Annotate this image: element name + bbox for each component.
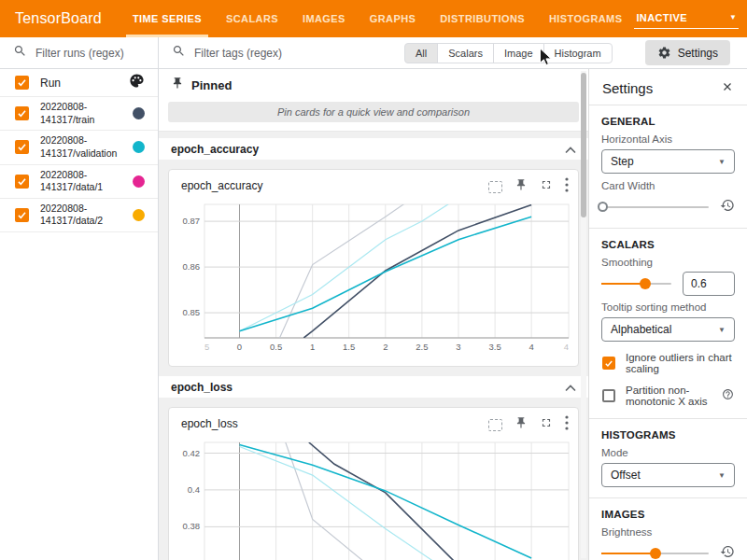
svg-text:1.5: 1.5 [343,342,355,352]
partition-x-checkbox[interactable] [602,389,615,402]
run-color-dot [133,107,145,119]
svg-text:4: 4 [564,342,569,352]
partition-x-row[interactable]: Partition non-monotonic X axis [602,385,734,407]
epoch-accuracy-chart[interactable]: 00.511.522.533.54540.850.860.87 [169,200,579,355]
filter-button-histogram[interactable]: Histogram [543,43,613,63]
run-color-dot [133,175,145,188]
run-checkbox[interactable] [15,140,29,154]
tab-graphs[interactable]: GRAPHS [358,0,428,37]
select-all-runs-checkbox[interactable] [15,76,29,90]
filter-button-image[interactable]: Image [493,43,544,63]
epoch-loss-chart[interactable]: 00.511.522.533.54540.360.380.40.42 [169,438,579,560]
filter-button-all[interactable]: All [404,43,438,63]
run-row-20220808-141317-train[interactable]: 20220808-141317/train [0,97,158,131]
tag-filter-input[interactable] [194,47,362,60]
chevron-up-icon[interactable] [565,141,576,158]
close-icon[interactable] [721,80,734,96]
run-checkbox[interactable] [15,208,29,222]
tab-images[interactable]: IMAGES [290,0,358,37]
svg-text:0: 0 [237,342,242,352]
section-epoch-loss[interactable]: epoch_loss [159,376,588,398]
status-dropdown[interactable]: INACTIVE ▼ [634,9,739,29]
svg-text:2.5: 2.5 [416,342,428,352]
ignore-outliers-checkbox[interactable] [602,357,615,370]
palette-icon[interactable] [129,73,145,92]
tensorboard-app: TensorBoard TIME SERIESSCALARSIMAGESGRAP… [0,0,747,560]
ignore-outliers-row[interactable]: Ignore outliers in chart scaling [602,352,734,374]
tab-histograms[interactable]: HISTOGRAMS [537,0,634,37]
images-heading: IMAGES [601,509,735,520]
svg-text:4: 4 [529,342,533,352]
filter-button-scalars[interactable]: Scalars [437,43,494,63]
horizontal-axis-value: Step [611,155,634,168]
pin-icon[interactable] [514,416,528,433]
fit-domain-icon[interactable] [488,419,502,431]
chart-title: epoch_loss [181,417,238,430]
horizontal-axis-select[interactable]: Step ▼ [601,149,735,174]
run-label: 20220808-141317/data/1 [40,169,120,194]
histogram-mode-select[interactable]: Offset ▼ [601,463,735,487]
tab-scalars[interactable]: SCALARS [214,0,290,37]
status-label: INACTIVE [636,12,687,23]
run-filter-input[interactable] [35,47,140,60]
run-row-20220808-141317-data-1[interactable]: 20220808-141317/data/1 [0,165,158,199]
pin-icon[interactable] [514,178,528,195]
tooltip-sorting-label: Tooltip sorting method [601,301,735,313]
settings-panel: Settings GENERAL Horizontal Axis Step ▼ … [588,69,747,560]
horizontal-axis-label: Horizontal Axis [601,133,735,145]
app-header: TensorBoard TIME SERIESSCALARSIMAGESGRAP… [0,0,747,37]
svg-text:0.85: 0.85 [183,307,201,317]
tab-distributions[interactable]: DISTRIBUTIONS [428,0,537,37]
run-checkbox[interactable] [15,106,29,120]
section-title: epoch_accuracy [171,143,259,156]
section-epoch-accuracy[interactable]: epoch_accuracy [159,138,588,160]
section-title: epoch_loss [171,381,233,394]
reset-icon[interactable] [720,198,735,217]
fullscreen-icon[interactable] [540,416,553,433]
scalars-heading: SCALARS [601,239,735,250]
chevron-up-icon[interactable] [565,379,576,396]
tab-time-series[interactable]: TIME SERIES [120,0,214,37]
run-row-20220808-141317-validation[interactable]: 20220808-141317/validation [0,131,158,164]
chevron-down-icon: ▼ [718,158,726,166]
pinned-empty-message: Pin cards for a quick view and compariso… [168,102,579,122]
ignore-outliers-label: Ignore outliers in chart scaling [626,352,734,374]
run-label: 20220808-141317/validation [40,134,120,160]
brightness-label: Brightness [601,526,735,538]
chevron-down-icon: ▼ [729,13,737,21]
svg-text:2: 2 [383,342,388,352]
smoothing-slider[interactable] [601,283,671,285]
search-icon [172,44,186,62]
reset-icon[interactable] [720,544,735,560]
fullscreen-icon[interactable] [540,178,553,195]
histograms-heading: HISTOGRAMS [601,429,735,441]
svg-text:0.86: 0.86 [183,261,201,272]
run-label: 20220808-141317/train [40,101,120,126]
run-checkbox[interactable] [15,175,29,189]
tooltip-sorting-select[interactable]: Alphabetical ▼ [601,317,735,342]
runs-column-label: Run [40,77,61,90]
smoothing-value-input[interactable] [683,272,735,296]
svg-text:0.4: 0.4 [188,484,200,495]
fit-domain-icon[interactable] [488,181,502,193]
svg-text:0.38: 0.38 [183,521,201,531]
svg-text:1: 1 [310,342,315,352]
chevron-down-icon: ▼ [718,326,726,334]
pinned-section: Pinned Pin cards for a quick view and co… [159,69,588,132]
scrollbar-thumb[interactable] [581,73,586,217]
svg-text:3.5: 3.5 [488,342,500,352]
settings-button[interactable]: Settings [645,40,730,65]
runs-header-row: Run [0,69,158,97]
tooltip-sorting-value: Alphabetical [611,323,671,336]
app-title: TensorBoard [0,10,119,27]
settings-panel-title: Settings [602,80,653,96]
svg-text:0.87: 0.87 [183,216,201,226]
brightness-slider[interactable] [601,553,709,554]
chevron-down-icon: ▼ [718,471,726,480]
smoothing-label: Smoothing [601,257,735,268]
help-icon[interactable] [722,387,734,404]
more-options-icon[interactable] [565,415,569,434]
run-row-20220808-141317-data-2[interactable]: 20220808-141317/data/2 [0,199,158,232]
card-width-slider[interactable] [601,206,709,208]
more-options-icon[interactable] [565,177,569,196]
